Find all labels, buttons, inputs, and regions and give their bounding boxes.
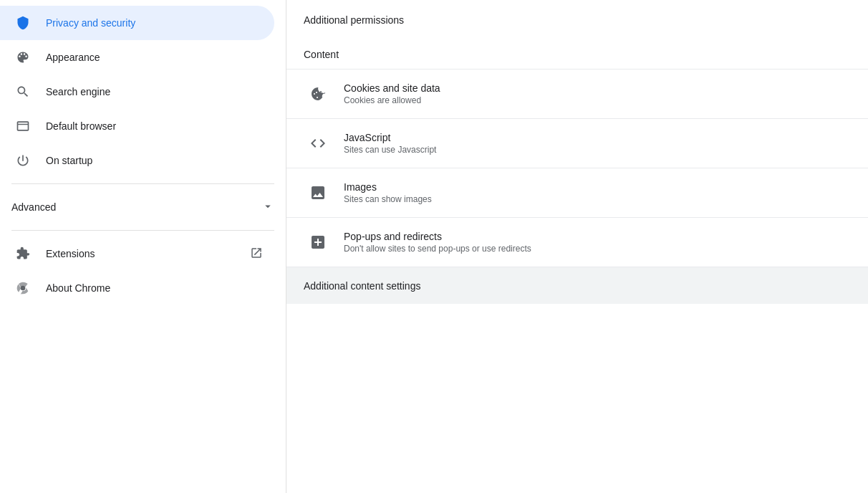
sidebar-item-label: Privacy and security xyxy=(46,17,263,29)
content-item-cookies[interactable]: Cookies and site data Cookies are allowe… xyxy=(286,69,868,118)
advanced-label: Advanced xyxy=(11,201,261,213)
additional-content-label: Additional content settings xyxy=(304,280,420,292)
javascript-subtitle: Sites can use Javascript xyxy=(344,145,436,155)
javascript-text: JavaScript Sites can use Javascript xyxy=(344,132,436,155)
cookies-title: Cookies and site data xyxy=(344,82,440,94)
external-link-icon xyxy=(250,247,263,262)
sidebar-item-label: Search engine xyxy=(46,86,263,97)
sidebar-item-appearance[interactable]: Appearance xyxy=(0,40,274,75)
browser-icon xyxy=(11,115,34,138)
sidebar-divider-2 xyxy=(11,230,274,231)
cookie-icon xyxy=(304,80,332,108)
cookies-subtitle: Cookies are allowed xyxy=(344,95,440,105)
cookies-text: Cookies and site data Cookies are allowe… xyxy=(344,82,440,105)
sidebar-advanced[interactable]: Advanced xyxy=(0,190,286,224)
sidebar-item-extensions[interactable]: Extensions xyxy=(0,236,274,271)
sidebar-item-label: Default browser xyxy=(46,120,263,132)
content-section-title: Content xyxy=(286,34,868,69)
javascript-title: JavaScript xyxy=(344,132,436,143)
popups-subtitle: Don't allow sites to send pop-ups or use… xyxy=(344,244,531,254)
sidebar-item-label: About Chrome xyxy=(46,282,263,294)
additional-content-settings[interactable]: Additional content settings xyxy=(286,267,868,304)
search-icon xyxy=(11,80,34,103)
popups-text: Pop-ups and redirects Don't allow sites … xyxy=(344,231,531,254)
sidebar: Privacy and security Appearance Search e… xyxy=(0,0,286,493)
sidebar-item-label: Extensions xyxy=(46,248,250,259)
code-icon xyxy=(304,129,332,158)
content-item-javascript[interactable]: JavaScript Sites can use Javascript xyxy=(286,118,868,168)
image-icon xyxy=(304,178,332,207)
sidebar-divider xyxy=(11,183,274,184)
popup-icon xyxy=(304,228,332,257)
sidebar-item-on-startup[interactable]: On startup xyxy=(0,143,274,178)
popups-title: Pop-ups and redirects xyxy=(344,231,531,242)
images-text: Images Sites can show images xyxy=(344,181,432,204)
puzzle-icon xyxy=(11,242,34,265)
sidebar-item-about-chrome[interactable]: About Chrome xyxy=(0,271,274,305)
chrome-icon xyxy=(11,277,34,300)
content-item-images[interactable]: Images Sites can show images xyxy=(286,168,868,217)
sidebar-item-search-engine[interactable]: Search engine xyxy=(0,75,274,109)
images-subtitle: Sites can show images xyxy=(344,194,432,204)
power-icon xyxy=(11,149,34,172)
sidebar-item-privacy-security[interactable]: Privacy and security xyxy=(0,6,274,40)
additional-permissions-title: Additional permissions xyxy=(286,0,868,34)
shield-icon xyxy=(11,11,34,34)
sidebar-item-label: Appearance xyxy=(46,52,263,63)
main-content: Additional permissions Content Cookies a… xyxy=(286,0,868,493)
content-item-popups[interactable]: Pop-ups and redirects Don't allow sites … xyxy=(286,217,868,267)
palette-icon xyxy=(11,46,34,69)
chevron-down-icon xyxy=(261,200,274,215)
sidebar-item-label: On startup xyxy=(46,155,263,166)
images-title: Images xyxy=(344,181,432,193)
sidebar-item-default-browser[interactable]: Default browser xyxy=(0,109,274,143)
